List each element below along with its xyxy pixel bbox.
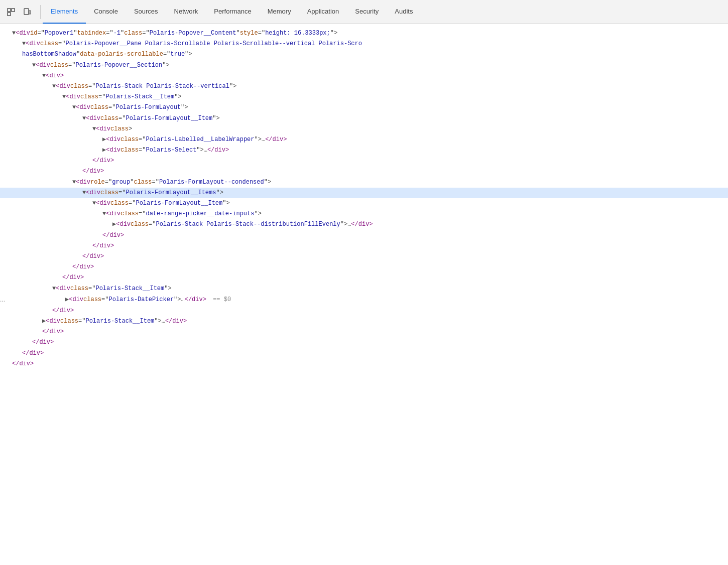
devtools-tab-list: Elements Console Sources Network Perform… xyxy=(43,0,421,24)
code-line[interactable]: ▼<div class> xyxy=(0,124,728,134)
tab-network[interactable]: Network xyxy=(166,0,206,24)
code-line[interactable]: </div> xyxy=(0,166,728,177)
code-line[interactable]: </div> xyxy=(0,359,728,369)
inspect-element-icon[interactable] xyxy=(4,5,18,19)
code-line[interactable]: </div> xyxy=(0,306,728,316)
code-line[interactable]: </div> xyxy=(0,262,728,272)
svg-rect-1 xyxy=(8,13,11,16)
code-line[interactable]: ▶<div class="Polaris-Labelled__LabelWrap… xyxy=(0,134,728,145)
expand-toggle[interactable]: ▼ xyxy=(12,29,16,38)
expand-toggle[interactable]: ▼ xyxy=(102,209,106,219)
code-line[interactable]: </div> xyxy=(0,272,728,283)
expand-toggle[interactable]: ▶ xyxy=(65,295,69,305)
expand-toggle[interactable]: ▼ xyxy=(62,92,66,102)
code-line[interactable]: </div> xyxy=(0,337,728,348)
code-line[interactable]: ▼<div class="Polaris-Popover__Pane Polar… xyxy=(0,39,728,49)
expand-toggle[interactable]: ▼ xyxy=(52,82,56,91)
expand-toggle[interactable]: ▼ xyxy=(52,284,56,294)
code-line[interactable]: ▶<div class="Polaris-Select">…</div> xyxy=(0,145,728,156)
tab-audits[interactable]: Audits xyxy=(387,0,421,24)
code-line[interactable]: ▼<div class="Polaris-Popover__Section"> xyxy=(0,60,728,71)
ellipsis-indicator: ... xyxy=(0,295,5,305)
tab-security[interactable]: Security xyxy=(347,0,387,24)
expand-toggle[interactable]: ▶ xyxy=(112,220,116,229)
code-line[interactable]: </div> xyxy=(0,348,728,359)
expand-toggle[interactable]: ▶ xyxy=(42,317,46,326)
tab-console[interactable]: Console xyxy=(86,0,126,24)
device-toggle-icon[interactable] xyxy=(20,5,34,19)
code-line-highlighted[interactable]: ▼<div class="Polaris-FormLayout__Items"> xyxy=(0,188,728,198)
code-line[interactable]: ▼<div role="group" class="Polaris-FormLa… xyxy=(0,177,728,188)
code-line[interactable]: </div> xyxy=(0,327,728,337)
elements-panel: ▼<div id="Popover1" tabindex="-1" class=… xyxy=(0,24,728,565)
code-line-selected-wrapper: ... ▶<div class="Polaris-DatePicker">…</… xyxy=(0,294,728,306)
devtools-toolbar: Elements Console Sources Network Perform… xyxy=(0,0,728,24)
code-line-selected[interactable]: ▶<div class="Polaris-DatePicker">…</div>… xyxy=(13,295,724,305)
svg-rect-3 xyxy=(24,9,29,15)
expand-toggle[interactable]: ▶ xyxy=(102,135,106,145)
code-line[interactable]: ▶<div class="Polaris-Stack Polaris-Stack… xyxy=(0,219,728,230)
svg-rect-2 xyxy=(12,9,15,12)
code-line[interactable]: ▼<div class="Polaris-Stack__Item"> xyxy=(0,284,728,294)
code-line[interactable]: </div> xyxy=(0,251,728,262)
expand-toggle[interactable]: ▼ xyxy=(72,103,76,112)
tab-performance[interactable]: Performance xyxy=(206,0,259,24)
code-line[interactable]: hasBottomShadow" data-polaris-scrollable… xyxy=(0,49,728,60)
devtools-icon-group xyxy=(4,5,41,19)
code-line[interactable]: ▶<div class="Polaris-Stack__Item">…</div… xyxy=(0,316,728,327)
code-line[interactable]: </div> xyxy=(0,230,728,241)
expand-toggle[interactable]: ▼ xyxy=(22,39,26,49)
expand-toggle[interactable]: ▼ xyxy=(82,114,86,123)
code-line[interactable]: </div> xyxy=(0,241,728,251)
code-line[interactable]: ▼<div> xyxy=(0,71,728,81)
expand-toggle[interactable]: ▼ xyxy=(72,178,76,187)
code-line[interactable]: ▼<div class="Polaris-FormLayout__Item"> xyxy=(0,113,728,124)
svg-rect-0 xyxy=(8,9,11,12)
expand-toggle[interactable]: ▼ xyxy=(32,61,36,70)
expand-toggle[interactable]: ▼ xyxy=(82,188,86,198)
svg-rect-4 xyxy=(29,11,31,14)
dom-selected-indicator: == $0 xyxy=(209,295,231,305)
code-line[interactable]: ▼<div class="Polaris-FormLayout"> xyxy=(0,102,728,113)
code-line[interactable]: ▼<div id="Popover1" tabindex="-1" class=… xyxy=(0,28,728,39)
expand-toggle[interactable]: ▼ xyxy=(92,124,96,134)
tab-memory[interactable]: Memory xyxy=(260,0,299,24)
tab-elements[interactable]: Elements xyxy=(43,0,86,24)
code-line[interactable]: ▼<div class="date-range-picker__date-inp… xyxy=(0,209,728,219)
tab-application[interactable]: Application xyxy=(299,0,347,24)
code-line[interactable]: </div> xyxy=(0,156,728,166)
tab-sources[interactable]: Sources xyxy=(126,0,166,24)
code-line[interactable]: ▼<div class="Polaris-Stack Polaris-Stack… xyxy=(0,81,728,92)
expand-toggle[interactable]: ▶ xyxy=(102,146,106,155)
expand-toggle[interactable]: ▼ xyxy=(92,199,96,208)
code-line[interactable]: ▼<div class="Polaris-Stack__Item"> xyxy=(0,92,728,102)
expand-toggle[interactable]: ▼ xyxy=(42,71,46,81)
code-line[interactable]: ▼<div class="Polaris-FormLayout__Item"> xyxy=(0,198,728,209)
